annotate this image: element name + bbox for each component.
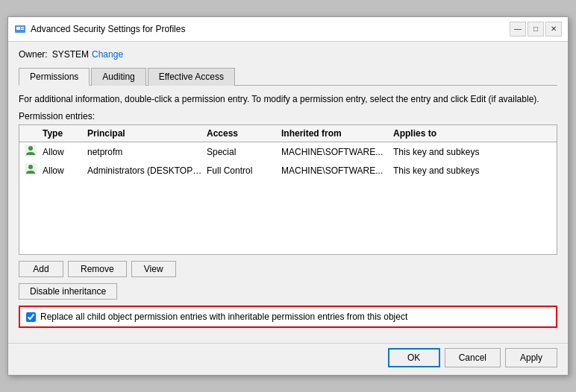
- maximize-button[interactable]: □: [528, 22, 544, 37]
- add-button[interactable]: Add: [19, 261, 63, 277]
- row2-applies: This key and subkeys: [391, 165, 495, 177]
- minimize-button[interactable]: —: [510, 22, 526, 37]
- user-icon: [25, 145, 37, 157]
- action-buttons: Add Remove View: [19, 261, 557, 277]
- row2-inherited: MACHINE\SOFTWARE...: [279, 165, 391, 177]
- svg-rect-3: [21, 28, 24, 30]
- tab-effective-access[interactable]: Effective Access: [148, 68, 235, 86]
- info-text: For additional information, double-click…: [19, 93, 557, 106]
- row2-access: Full Control: [204, 165, 279, 177]
- svg-rect-2: [21, 27, 24, 28]
- remove-button[interactable]: Remove: [68, 261, 127, 277]
- window-controls: — □ ✕: [510, 22, 562, 37]
- row1-icon: [22, 144, 40, 159]
- apply-button[interactable]: Apply: [505, 348, 557, 367]
- row2-principal: Administrators (DESKTOP-7I9...: [85, 165, 204, 177]
- row1-principal: netprofm: [85, 146, 204, 158]
- replace-text: Replace all child object permission entr…: [40, 312, 407, 322]
- permission-table: Type Principal Access Inherited from App…: [19, 124, 557, 255]
- view-button[interactable]: View: [131, 261, 176, 277]
- svg-point-5: [28, 146, 33, 151]
- permission-entries-label: Permission entries:: [19, 111, 557, 121]
- table-row[interactable]: Allow Administrators (DESKTOP-7I9... Ful…: [19, 161, 557, 180]
- table-body: Allow netprofm Special MACHINE\SOFTWARE.…: [19, 142, 557, 254]
- table-header: Type Principal Access Inherited from App…: [19, 125, 557, 142]
- cancel-button[interactable]: Cancel: [445, 348, 501, 367]
- col-applies: Applies to: [391, 127, 495, 139]
- col-principal: Principal: [85, 127, 204, 139]
- user-icon: [25, 163, 37, 175]
- row1-access: Special: [204, 146, 279, 158]
- window-content: Owner: SYSTEM Change Permissions Auditin…: [8, 42, 568, 344]
- owner-label: Owner:: [19, 49, 48, 60]
- row1-applies: This key and subkeys: [391, 146, 495, 158]
- tab-auditing[interactable]: Auditing: [91, 68, 145, 86]
- col-access: Access: [204, 127, 279, 139]
- owner-row: Owner: SYSTEM Change: [19, 49, 557, 60]
- replace-checkbox[interactable]: [26, 312, 36, 322]
- replace-row: Replace all child object permission entr…: [19, 306, 557, 328]
- row2-type: Allow: [40, 165, 85, 177]
- ok-button[interactable]: OK: [388, 348, 440, 367]
- title-bar: Advanced Security Settings for Profiles …: [8, 17, 568, 42]
- close-button[interactable]: ✕: [545, 22, 562, 37]
- table-row[interactable]: Allow netprofm Special MACHINE\SOFTWARE.…: [19, 142, 557, 161]
- svg-point-7: [28, 165, 33, 169]
- svg-rect-1: [16, 27, 20, 30]
- window-title: Advanced Security Settings for Profiles: [31, 24, 510, 34]
- disable-inheritance-button[interactable]: Disable inheritance: [19, 283, 117, 300]
- tabs-container: Permissions Auditing Effective Access: [19, 67, 557, 86]
- change-link[interactable]: Change: [92, 49, 123, 60]
- col-type: Type: [40, 127, 85, 139]
- col-icon: [22, 127, 40, 139]
- owner-name: SYSTEM: [52, 49, 89, 60]
- footer: OK Cancel Apply: [8, 343, 568, 375]
- row2-icon: [22, 162, 40, 178]
- main-window: Advanced Security Settings for Profiles …: [7, 16, 569, 376]
- window-icon: [14, 23, 26, 35]
- tab-permissions[interactable]: Permissions: [19, 68, 90, 86]
- row1-inherited: MACHINE\SOFTWARE...: [279, 146, 391, 158]
- col-inherited: Inherited from: [279, 127, 391, 139]
- row1-type: Allow: [40, 146, 85, 158]
